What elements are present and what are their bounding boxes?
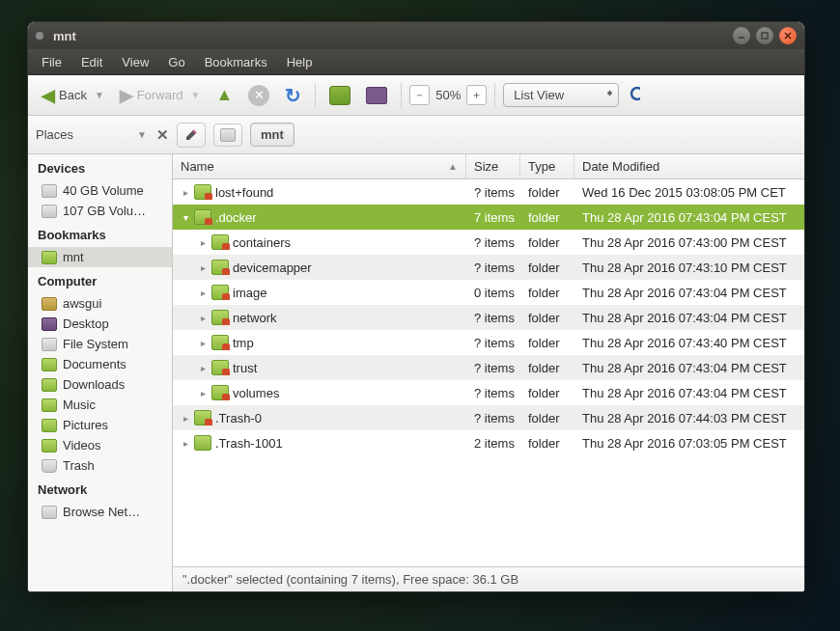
sidebar-item-107-gb-volu-[interactable]: 107 GB Volu… xyxy=(28,201,172,221)
folder-icon xyxy=(42,378,57,392)
sidebar-item-label: File System xyxy=(63,337,128,351)
sidebar-item-label: Trash xyxy=(63,458,95,473)
file-row-lost-found[interactable]: ▸lost+found? itemsfolderWed 16 Dec 2015 … xyxy=(173,179,804,205)
up-button[interactable]: ▲ xyxy=(210,82,238,108)
sidebar-item-videos[interactable]: Videos xyxy=(28,435,172,455)
close-button[interactable] xyxy=(779,27,797,44)
expand-icon[interactable]: ▸ xyxy=(198,262,208,273)
back-label: Back xyxy=(59,88,87,102)
file-row--Trash-0[interactable]: ▸.Trash-0? itemsfolderThu 28 Apr 2016 07… xyxy=(173,405,804,430)
menu-view[interactable]: View xyxy=(112,51,158,73)
file-name: devicemapper xyxy=(233,261,312,275)
menu-help[interactable]: Help xyxy=(277,51,322,73)
forward-dropdown-icon[interactable]: ▼ xyxy=(191,90,201,100)
menu-edit[interactable]: Edit xyxy=(71,51,112,73)
expand-icon[interactable]: ▸ xyxy=(198,388,208,398)
folder-icon xyxy=(194,435,211,451)
file-row-trust[interactable]: ▸trust? itemsfolderThu 28 Apr 2016 07:43… xyxy=(173,355,804,380)
column-size[interactable]: Size xyxy=(466,154,520,178)
minimize-button[interactable] xyxy=(733,27,750,44)
folder-icon xyxy=(194,209,211,225)
expand-icon[interactable]: ▸ xyxy=(181,187,190,198)
cell-date: Thu 28 Apr 2016 07:03:05 PM CEST xyxy=(574,436,804,451)
trash-icon xyxy=(42,459,57,473)
drive-icon xyxy=(220,128,236,142)
back-arrow-icon: ◀ xyxy=(42,85,55,106)
file-row--Trash-1001[interactable]: ▸.Trash-10012 itemsfolderThu 28 Apr 2016… xyxy=(173,430,804,455)
back-button[interactable]: ◀ Back ▼ xyxy=(36,82,110,109)
stop-icon: ✕ xyxy=(248,85,269,106)
forward-button[interactable]: ▶ Forward ▼ xyxy=(114,82,207,109)
sidebar-item-trash[interactable]: Trash xyxy=(28,455,172,476)
expand-icon[interactable]: ▸ xyxy=(198,313,208,323)
sidebar-item-browse-net-[interactable]: Browse Net… xyxy=(28,502,172,522)
menu-file[interactable]: File xyxy=(32,51,71,73)
column-date[interactable]: Date Modified xyxy=(574,154,804,178)
content-area: Devices40 GB Volume107 GB Volu…Bookmarks… xyxy=(28,154,804,591)
edit-path-button[interactable] xyxy=(177,123,206,148)
home-button[interactable] xyxy=(323,83,356,108)
cell-type: folder xyxy=(520,436,574,451)
path-drive-button[interactable] xyxy=(213,123,242,147)
titlebar[interactable]: mnt xyxy=(28,22,804,49)
file-row-network[interactable]: ▸network? itemsfolderThu 28 Apr 2016 07:… xyxy=(173,305,804,330)
sidebar-item-desktop[interactable]: Desktop xyxy=(28,314,172,334)
sidebar-item-file-system[interactable]: File System xyxy=(28,334,172,354)
expand-icon[interactable]: ▸ xyxy=(198,363,208,373)
folder-icon xyxy=(42,251,57,264)
back-dropdown-icon[interactable]: ▼ xyxy=(95,90,104,100)
menu-bookmarks[interactable]: Bookmarks xyxy=(195,51,277,73)
sidebar-item-pictures[interactable]: Pictures xyxy=(28,415,172,435)
drive-icon xyxy=(42,506,57,519)
file-row--docker[interactable]: ▾.docker7 itemsfolderThu 28 Apr 2016 07:… xyxy=(173,205,804,230)
sidebar-item-music[interactable]: Music xyxy=(28,395,172,415)
file-rows[interactable]: ▸lost+found? itemsfolderWed 16 Dec 2015 … xyxy=(173,179,804,566)
sidebar-item-downloads[interactable]: Downloads xyxy=(28,374,172,395)
cell-type: folder xyxy=(520,261,574,275)
expand-icon[interactable]: ▾ xyxy=(181,212,190,223)
sidebar-item-label: Pictures xyxy=(63,418,108,432)
column-type[interactable]: Type xyxy=(520,154,574,178)
cell-name: ▾.docker xyxy=(173,209,466,225)
sort-asc-icon: ▲ xyxy=(448,161,458,172)
search-button[interactable] xyxy=(623,84,646,107)
window-title: mnt xyxy=(53,29,733,43)
sidebar-item-label: Documents xyxy=(63,357,126,371)
file-row-image[interactable]: ▸image0 itemsfolderThu 28 Apr 2016 07:43… xyxy=(173,280,804,305)
cell-type: folder xyxy=(520,361,574,375)
up-arrow-icon: ▲ xyxy=(215,85,233,105)
close-places-icon[interactable]: ✕ xyxy=(156,126,169,144)
expand-icon[interactable]: ▸ xyxy=(181,413,190,424)
file-row-volumes[interactable]: ▸volumes? itemsfolderThu 28 Apr 2016 07:… xyxy=(173,380,804,405)
sidebar[interactable]: Devices40 GB Volume107 GB Volu…Bookmarks… xyxy=(28,154,173,591)
places-selector[interactable]: Places ▼ ✕ xyxy=(36,126,169,144)
sidebar-item-awsgui[interactable]: awsgui xyxy=(28,293,172,314)
menu-go[interactable]: Go xyxy=(158,51,194,73)
cell-size: ? items xyxy=(466,261,520,275)
sidebar-item-label: mnt xyxy=(63,250,84,264)
stop-button[interactable]: ✕ xyxy=(242,82,275,109)
reload-button[interactable]: ↻ xyxy=(279,81,307,110)
breadcrumb-mnt[interactable]: mnt xyxy=(250,123,294,147)
sidebar-section-network: Network xyxy=(28,476,172,502)
cell-size: ? items xyxy=(466,336,520,350)
file-row-containers[interactable]: ▸containers? itemsfolderThu 28 Apr 2016 … xyxy=(173,230,804,255)
zoom-in-button[interactable]: ＋ xyxy=(466,85,487,105)
expand-icon[interactable]: ▸ xyxy=(198,237,208,248)
sidebar-item-40-gb-volume[interactable]: 40 GB Volume xyxy=(28,180,172,201)
expand-icon[interactable]: ▸ xyxy=(198,288,208,298)
sidebar-item-documents[interactable]: Documents xyxy=(28,354,172,374)
expand-icon[interactable]: ▸ xyxy=(198,338,208,348)
maximize-button[interactable] xyxy=(756,27,773,44)
computer-button[interactable] xyxy=(360,84,393,107)
column-name[interactable]: Name▲ xyxy=(173,154,466,178)
sidebar-item-label: Desktop xyxy=(63,316,109,331)
expand-icon[interactable]: ▸ xyxy=(181,438,190,449)
file-row-tmp[interactable]: ▸tmp? itemsfolderThu 28 Apr 2016 07:43:4… xyxy=(173,330,804,355)
file-row-devicemapper[interactable]: ▸devicemapper? itemsfolderThu 28 Apr 201… xyxy=(173,255,804,280)
zoom-out-button[interactable]: － xyxy=(409,85,430,105)
cell-size: 2 items xyxy=(466,436,520,451)
view-mode-select[interactable]: List View xyxy=(503,83,619,107)
folder-icon xyxy=(211,234,229,250)
sidebar-item-mnt[interactable]: mnt xyxy=(28,247,172,267)
